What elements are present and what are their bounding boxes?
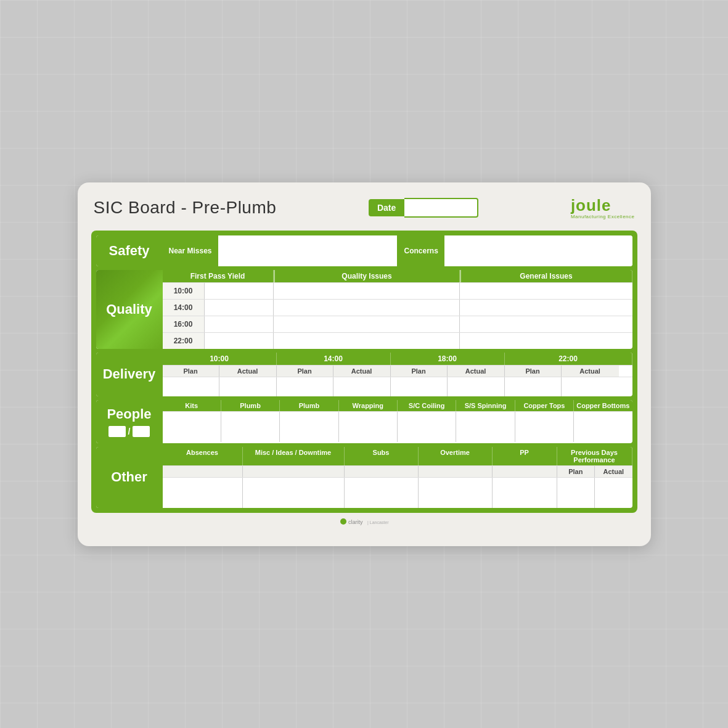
delivery-cell-actual-1[interactable] [219,377,277,396]
logo-area: joule Manufacturing Excellence [571,196,635,219]
board-title: SIC Board - Pre-Plumb [94,198,277,218]
delivery-time-1000: 10:00 [163,353,277,365]
people-boxes: / [108,426,150,437]
quality-fpy-2200[interactable] [205,333,274,349]
delivery-label: Delivery [96,353,163,396]
people-data-sccoiling[interactable] [398,412,456,442]
people-data-ssspinning[interactable] [456,412,515,442]
other-data-pp[interactable] [493,478,557,508]
other-row: Other Absences Misc / Ideas / Downtime S… [96,447,632,508]
safety-near-misses-cell: Near Misses [163,235,397,266]
other-header-row: Absences Misc / Ideas / Downtime Subs Ov… [163,447,632,465]
quality-fpy-1600[interactable] [205,316,274,332]
quality-time-1400: 14:00 [163,300,205,316]
other-label: Other [96,447,163,508]
other-data-absences[interactable] [163,478,243,508]
delivery-time-1800: 18:00 [391,353,505,365]
logo-sub: Manufacturing Excellence [571,214,635,219]
quality-header-row: First Pass Yield Quality Issues General … [163,270,632,282]
people-label: People / [96,400,163,443]
delivery-actual-3: Actual [448,366,505,377]
people-col-copperbottoms: Copper Bottoms [574,400,632,411]
delivery-plan-2: Plan [277,366,333,377]
people-data-wrapping[interactable] [339,412,398,442]
other-data-prev-actual[interactable] [595,478,632,508]
people-data-row [163,411,632,442]
delivery-row: Delivery 10:00 14:00 18:00 22:00 Plan Ac… [96,353,632,396]
people-box-right[interactable] [133,426,150,437]
other-sub-empty-2 [243,466,345,477]
other-data-misc[interactable] [243,478,345,508]
quality-general-1600[interactable] [460,316,632,332]
concerns-input[interactable] [444,235,632,266]
near-misses-tag: Near Misses [163,235,218,266]
quality-general-1000[interactable] [460,283,632,299]
board-container: SIC Board - Pre-Plumb Date joule Manufac… [78,182,651,546]
people-data-plumb1[interactable] [221,412,280,442]
other-prev-days-header: Previous Days Performance [557,447,632,465]
svg-text:| Lancaster: | Lancaster [367,520,389,525]
delivery-plan-1: Plan [163,366,219,377]
quality-time-1000: 10:00 [163,283,205,299]
near-misses-input[interactable] [218,235,397,266]
quality-issues-2200[interactable] [274,333,460,349]
people-col-wrapping: Wrapping [339,400,398,411]
quality-qi-header: Quality Issues [274,270,460,282]
delivery-cell-plan-4[interactable] [505,377,562,396]
delivery-content: 10:00 14:00 18:00 22:00 Plan Actual Plan… [163,353,632,396]
quality-fpy-1000[interactable] [205,283,274,299]
quality-label: Quality [96,270,163,349]
quality-time-2200: 22:00 [163,333,205,349]
delivery-time-1400: 14:00 [277,353,391,365]
people-col-sccoiling: S/C Coiling [398,400,456,411]
people-col-plumb1: Plumb [221,400,280,411]
quality-general-1400[interactable] [460,300,632,316]
board-header: SIC Board - Pre-Plumb Date joule Manufac… [91,196,637,219]
delivery-sub-header: Plan Actual Plan Actual Plan Actual Plan… [163,365,632,377]
delivery-time-2200: 22:00 [505,353,632,365]
delivery-cell-plan-3[interactable] [391,377,448,396]
quality-issues-1600[interactable] [274,316,460,332]
delivery-plan-3: Plan [391,366,448,377]
people-row: People / Kits Plumb Plumb Wrapping S/C C… [96,400,632,443]
quality-time-1600: 16:00 [163,316,205,332]
delivery-cell-plan-2[interactable] [277,377,333,396]
delivery-cell-actual-4[interactable] [562,377,632,396]
delivery-cell-plan-1[interactable] [163,377,219,396]
date-input[interactable] [404,198,478,218]
people-data-copperbottoms[interactable] [574,412,632,442]
people-box-left[interactable] [108,426,126,437]
delivery-cell-actual-3[interactable] [448,377,505,396]
other-data-subs[interactable] [345,478,419,508]
other-data-prev-plan[interactable] [557,478,595,508]
quality-issues-1000[interactable] [274,283,460,299]
people-data-kits[interactable] [163,412,221,442]
delivery-data-row [163,377,632,396]
quality-fpy-1400[interactable] [205,300,274,316]
other-sub-empty-4 [419,466,493,477]
svg-text:clarity: clarity [348,519,363,525]
people-col-coppertops: Copper Tops [515,400,574,411]
people-text: People [107,406,151,422]
other-data-overtime[interactable] [419,478,493,508]
svg-point-0 [340,518,346,525]
quality-gi-header: General Issues [460,270,632,282]
quality-row-1000: 10:00 [163,282,632,299]
quality-general-2200[interactable] [460,333,632,349]
other-overtime-header: Overtime [419,447,493,465]
people-col-kits: Kits [163,400,221,411]
people-col-ssspinning: S/S Spinning [456,400,515,411]
clarity-logo: clarity | Lancaster [340,521,389,528]
delivery-actual-4: Actual [562,366,619,377]
quality-content: First Pass Yield Quality Issues General … [163,270,632,349]
delivery-cell-actual-2[interactable] [333,377,391,396]
people-header-row: Kits Plumb Plumb Wrapping S/C Coiling S/… [163,400,632,411]
people-data-plumb2[interactable] [280,412,338,442]
main-grid: Safety Near Misses Concerns Quality Firs… [91,231,637,513]
people-content: Kits Plumb Plumb Wrapping S/C Coiling S/… [163,400,632,443]
people-slash: / [128,427,131,436]
date-label: Date [369,199,404,216]
quality-issues-1400[interactable] [274,300,460,316]
other-actual-sub: Actual [595,466,632,477]
people-data-coppertops[interactable] [515,412,574,442]
